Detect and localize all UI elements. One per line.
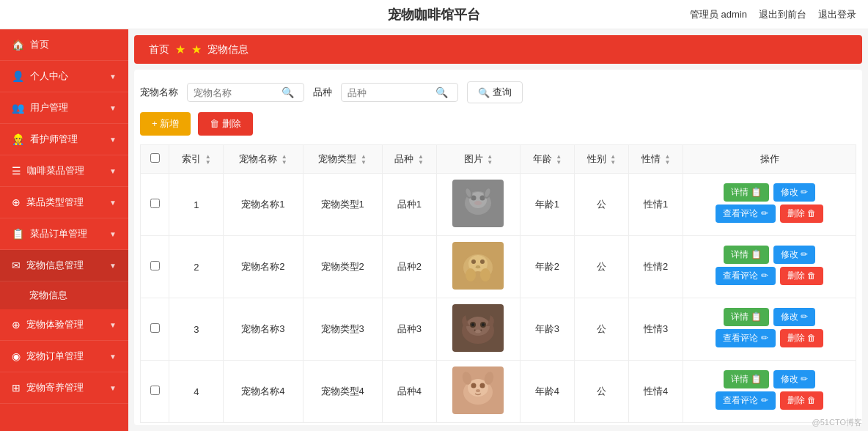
col-ops: 操作: [683, 145, 856, 174]
front-link[interactable]: 退出到前台: [759, 8, 806, 21]
pet-foster-icon: ⊞: [12, 382, 21, 394]
svg-point-24: [471, 323, 474, 326]
select-all-checkbox[interactable]: [150, 153, 160, 163]
logout-link[interactable]: 退出登录: [818, 8, 856, 21]
pet-name-input[interactable]: [194, 87, 282, 98]
sidebar-label-nurse: 看护师管理: [30, 133, 78, 146]
sidebar-item-nurse[interactable]: 👷 看护师管理 ▼: [0, 124, 128, 155]
sidebar-sub-pet-info[interactable]: 宠物信息: [0, 281, 128, 309]
table-row: 1 宠物名称1 宠物类型1 品种1 年龄1 公 性情1 详情 📋: [141, 174, 856, 236]
comment-button-3[interactable]: 查看评论 ✏: [716, 391, 775, 410]
breed-input[interactable]: [347, 87, 435, 98]
sidebar-item-pet-foster[interactable]: ⊞ 宠物寄养管理 ▼: [0, 372, 128, 404]
menu-type-icon: ⊕: [12, 196, 21, 208]
breed-search-icon[interactable]: 🔍: [435, 86, 448, 98]
row-checkbox-3[interactable]: [150, 386, 160, 395]
sidebar-item-menu-order[interactable]: 📋 菜品订单管理 ▼: [0, 218, 128, 250]
col-type: 宠物类型 ▲▼: [303, 145, 382, 174]
main-layout: 🏠 首页 👤 个人中心 ▼ 👥 用户管理 ▼ 👷 看护师管理 ▼: [0, 29, 868, 431]
table-row: 2 宠物名称2 宠物类型2 品种2 年龄2 公 性情2 详情 📋: [141, 236, 856, 298]
arrow-icon-5: ▼: [109, 199, 117, 207]
row-checkbox-2[interactable]: [150, 323, 160, 333]
col-age: 年龄 ▲▼: [520, 145, 574, 174]
sidebar-item-pet-info[interactable]: ✉ 宠物信息管理 ▼: [0, 250, 128, 281]
cell-type: 宠物类型4: [303, 361, 382, 423]
remove-button-2[interactable]: 删除 🗑: [780, 329, 823, 347]
edit-button-0[interactable]: 修改 ✏: [773, 183, 815, 202]
sidebar: 🏠 首页 👤 个人中心 ▼ 👥 用户管理 ▼ 👷 看护师管理 ▼: [0, 29, 128, 431]
edit-button-1[interactable]: 修改 ✏: [773, 246, 815, 264]
cell-img: [436, 298, 520, 361]
sidebar-item-home[interactable]: 🏠 首页: [0, 29, 128, 61]
sidebar-item-pet-order[interactable]: ◉ 宠物订单管理 ▼: [0, 341, 128, 372]
row-checkbox-0[interactable]: [150, 199, 160, 208]
comment-button-0[interactable]: 查看评论 ✏: [716, 205, 775, 223]
breed-label: 品种: [313, 86, 332, 99]
cell-breed: 品种3: [382, 298, 436, 361]
cell-index: 3: [169, 298, 224, 361]
add-button[interactable]: + 新增: [140, 112, 191, 136]
sidebar-item-pet-exp[interactable]: ⊕ 宠物体验管理 ▼: [0, 309, 128, 341]
sidebar-item-personal[interactable]: 👤 个人中心 ▼: [0, 61, 128, 92]
pet-name-search-icon[interactable]: 🔍: [282, 86, 294, 98]
sort-type: ▲▼: [361, 154, 367, 166]
svg-point-30: [471, 383, 477, 388]
detail-button-2[interactable]: 详情 📋: [724, 308, 769, 326]
cell-age: 年龄3: [520, 298, 574, 361]
cell-gender: 公: [574, 236, 628, 298]
cell-name: 宠物名称3: [224, 298, 303, 361]
cell-index: 4: [169, 361, 224, 423]
delete-button[interactable]: 🗑 删除: [198, 112, 253, 136]
cell-ops: 详情 📋 修改 ✏ 查看评论 ✏ 删除 🗑: [683, 236, 856, 298]
star-icon-2: ★: [191, 43, 202, 56]
detail-button-1[interactable]: 详情 📋: [724, 246, 769, 264]
remove-button-0[interactable]: 删除 🗑: [780, 205, 823, 223]
col-img: 图片 ▲▼: [436, 145, 520, 174]
row-checkbox-1[interactable]: [150, 261, 160, 270]
sidebar-label-home: 首页: [30, 38, 49, 51]
watermark: @51CTO博客: [812, 417, 862, 428]
comment-button-1[interactable]: 查看评论 ✏: [716, 267, 775, 285]
sidebar-label-pet-info: 宠物信息管理: [26, 259, 84, 272]
arrow-icon-7: ▼: [109, 262, 117, 270]
svg-point-17: [466, 268, 476, 281]
cell-name: 宠物名称2: [224, 236, 303, 298]
sidebar-label-personal: 个人中心: [30, 70, 68, 83]
col-checkbox: [141, 145, 169, 174]
search-button[interactable]: 🔍 查询: [467, 81, 523, 103]
cell-img: [436, 361, 520, 423]
sidebar-item-menu-type[interactable]: ⊕ 菜品类型管理 ▼: [0, 187, 128, 218]
cell-checkbox: [141, 236, 169, 298]
sort-gender: ▲▼: [610, 154, 616, 166]
cell-ops: 详情 📋 修改 ✏ 查看评论 ✏ 删除 🗑: [683, 174, 856, 236]
detail-button-3[interactable]: 详情 📋: [724, 370, 769, 388]
sidebar-label-pet-exp: 宠物体验管理: [26, 318, 84, 331]
cell-type: 宠物类型1: [303, 174, 382, 236]
nurse-icon: 👷: [12, 133, 24, 145]
svg-point-15: [476, 265, 480, 268]
sidebar-item-users[interactable]: 👥 用户管理 ▼: [0, 92, 128, 124]
sidebar-label-menu-order: 菜品订单管理: [30, 227, 87, 240]
cell-checkbox: [141, 298, 169, 361]
cell-name: 宠物名称4: [224, 361, 303, 423]
comment-button-2[interactable]: 查看评论 ✏: [716, 329, 775, 347]
sort-index: ▲▼: [205, 154, 211, 166]
remove-button-1[interactable]: 删除 🗑: [780, 267, 823, 285]
remove-button-3[interactable]: 删除 🗑: [780, 391, 823, 410]
cell-checkbox: [141, 174, 169, 236]
admin-label: 管理员 admin: [690, 8, 747, 21]
edit-button-2[interactable]: 修改 ✏: [773, 308, 815, 326]
top-header: 宠物咖啡馆平台 管理员 admin 退出到前台 退出登录: [0, 0, 868, 29]
arrow-icon-2: ▼: [109, 104, 117, 112]
breed-input-wrap: 🔍: [341, 83, 458, 102]
cell-type: 宠物类型3: [303, 298, 382, 361]
cell-gender: 公: [574, 298, 628, 361]
col-index: 索引 ▲▼: [169, 145, 224, 174]
breadcrumb: 首页 ★ ★ 宠物信息: [134, 35, 862, 64]
detail-button-0[interactable]: 详情 📋: [724, 183, 769, 202]
person-icon: 👤: [12, 70, 24, 82]
edit-button-3[interactable]: 修改 ✏: [773, 370, 815, 388]
pet-name-label: 宠物名称: [140, 86, 178, 99]
search-icon: 🔍: [478, 87, 490, 98]
sidebar-item-coffee-menu[interactable]: ☰ 咖啡菜品管理 ▼: [0, 155, 128, 187]
